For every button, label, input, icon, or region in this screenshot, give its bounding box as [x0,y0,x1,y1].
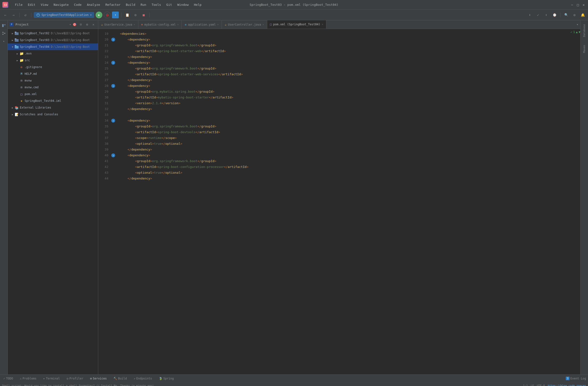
tree-item-springboot-test02[interactable]: ▶ SpringBoot_Test02 D:\Java项目\Spring-Boo… [8,30,98,37]
spring-label: Spring [163,377,174,380]
build-tab[interactable]: 🔨 Build [112,376,128,381]
tab-close-pom[interactable]: ✕ [322,23,323,26]
terminal-tab[interactable]: ▸ Terminal [42,376,61,381]
update-button[interactable]: ↑ [112,12,119,18]
profiler-tab[interactable]: ◎ Profiler [65,376,85,381]
git-history-button[interactable]: ⌚ [551,12,558,18]
stop-button[interactable]: ■ [140,12,147,18]
menu-git[interactable]: Git [164,2,174,7]
menu-tools[interactable]: Tools [149,2,163,7]
collapse-all-button[interactable]: ⊟ [78,22,84,27]
tab-close-mybatis[interactable]: ✕ [177,23,179,26]
code-line-28: <dependency> [120,83,571,89]
tree-item-helpmd[interactable]: M HELP.md [8,70,98,77]
tree-label-libs: External Libraries [20,106,51,109]
menu-navigate[interactable]: Navigate [51,2,71,7]
gutter-icon-40[interactable]: ↑ [111,153,115,157]
code-area: 19 20 21 22 23 24 25 26 27 28 29 30 31 3… [98,29,580,374]
tab-mybatis[interactable]: ⊙ mybatis-config.xml ✕ [138,20,182,29]
tab-close-userservice[interactable]: ✕ [134,23,135,26]
tabs-overflow-button[interactable]: ▾ [574,20,580,29]
database-panel-button[interactable]: Database [582,22,587,39]
menu-analyze[interactable]: Analyze [84,2,103,7]
refresh-button[interactable]: ↺ [22,12,29,18]
menu-build[interactable]: Build [123,2,138,7]
tab-application[interactable]: ≡ application.yaml ✕ [182,20,222,29]
coverage-button[interactable]: 📋 [124,12,131,18]
forward-button[interactable]: → [10,12,17,18]
services-tab[interactable]: ⚙ Services [89,376,108,381]
run-config-dropdown[interactable]: SpringBootTest03Application ▾ [34,12,94,18]
toolbar-right: ⬇ ✓ ⬆ ⌚ 🔍 ⚙ 🔔 [526,12,586,18]
terminal-icon: ▸ [43,377,45,380]
spring-tab[interactable]: 🍃 Spring [157,376,175,381]
annotation-checkmark: ✓ 1 ▲ ▼ [571,30,580,34]
tab-usercontroller[interactable]: ☕ UserController.java ✕ [222,20,267,29]
structure-tool-button[interactable] [0,30,7,37]
tab-close-application[interactable]: ✕ [217,23,219,26]
profile-button[interactable]: ⚙ [132,12,139,18]
event-log-tab[interactable]: 3 Event Log [566,377,586,380]
tree-item-mvnw[interactable]: ⊡ mvnw [8,77,98,84]
notifications-button[interactable]: 🔔 [579,12,586,18]
maven-panel-button[interactable]: Maven [582,43,587,55]
tree-item-mvn[interactable]: ▶ 📁 .mvn [8,50,98,57]
svg-point-2 [37,14,40,16]
spring-icon [36,13,40,17]
tree-item-springboot-test04[interactable]: ▼ SpringBoot_Test04 D:\Java项目\Spring-Boo… [8,43,98,50]
tree-item-gitignore[interactable]: ⊙ .gitignore [8,64,98,70]
gutter-icon-20[interactable]: ↑ [111,38,115,41]
locate-in-tree-button[interactable]: 🎯 [72,22,77,27]
blog-link[interactable]: https://blog.csdn.spaces [548,384,586,386]
code-line-21: <groupId>org.springframework.boot</group… [120,42,571,48]
project-tool-button[interactable] [0,22,7,29]
menu-window[interactable]: Window [175,2,191,7]
toolbar-separator-4 [149,13,150,17]
gutter-row-23 [110,54,116,60]
menu-view[interactable]: View [38,2,51,7]
run-button[interactable]: ▶ [96,12,102,18]
tab-userservice[interactable]: ☕ UserService.java ✕ [98,20,138,29]
close-panel-button[interactable]: ✕ [91,22,96,27]
tree-arrow-mvn: ▶ [16,52,19,56]
git-push-button[interactable]: ⬆ [543,12,550,18]
menu-edit[interactable]: Edit [25,2,38,7]
endpoints-tab[interactable]: ↗ Endpoints [132,376,153,381]
line-num-24: 24 [98,60,108,66]
cursor-position: 1:1 [523,384,528,386]
menu-run[interactable]: Run [138,2,148,7]
todo-tab[interactable]: ✓ TODO [2,376,15,381]
code-content[interactable]: <dependencies> <dependency> <groupId>org… [116,29,571,374]
minimize-button[interactable]: − [570,3,574,7]
gutter-icon-34[interactable]: ↑ [111,119,115,122]
tab-close-usercontroller[interactable]: ✕ [263,23,264,26]
code-line-30: <artifactId>mybatis-spring-boot-starter<… [120,95,571,100]
git-update-button[interactable]: ⬇ [526,12,533,18]
favorites-tool-button[interactable]: ★ [0,38,7,44]
tree-item-iml[interactable]: ◈ SpringBoot_Test04.iml [8,98,98,104]
tree-item-external-libs[interactable]: ▶ 📚 External Libraries [8,104,98,111]
tree-item-springboot-test03[interactable]: ▶ SpringBoot_Test03 D:\Java项目\Spring-Boo… [8,37,98,43]
settings-panel-button[interactable]: ⚙ [84,22,90,27]
search-everywhere-button[interactable]: 🔍 [563,12,570,18]
menu-refactor[interactable]: Refactor [103,2,123,7]
tree-item-pomxml[interactable]: □ pom.xml [8,91,98,98]
tree-item-scratches[interactable]: ▶ 📝 Scratches and Consoles [8,111,98,118]
tree-item-src[interactable]: ▶ 📁 src [8,57,98,64]
tree-item-mvnwcmd[interactable]: ⊡ mvnw.cmd [8,84,98,91]
tab-pom[interactable]: □ pom.xml (SpringBoot_Test04) ✕ [267,20,326,29]
debug-button[interactable]: 🐞 [104,12,110,18]
menu-code[interactable]: Code [72,2,84,7]
maximize-button[interactable]: □ [576,3,580,7]
settings-button[interactable]: ⚙ [571,12,578,18]
git-commit-button[interactable]: ✓ [535,12,541,18]
gutter-icon-24[interactable]: ↑ [111,61,115,65]
menu-file[interactable]: File [13,2,25,7]
close-button[interactable]: ✕ [582,3,586,7]
content-area: ★ P Project ▾ 🎯 ⊟ ⚙ ✕ ▶ [0,20,588,374]
back-button[interactable]: ← [2,12,9,18]
gutter-icon-28[interactable]: ↑ [111,84,115,88]
problems-tab[interactable]: ⚠ Problems [18,376,38,381]
svg-rect-13 [15,38,16,40]
menu-help[interactable]: Help [192,2,204,7]
